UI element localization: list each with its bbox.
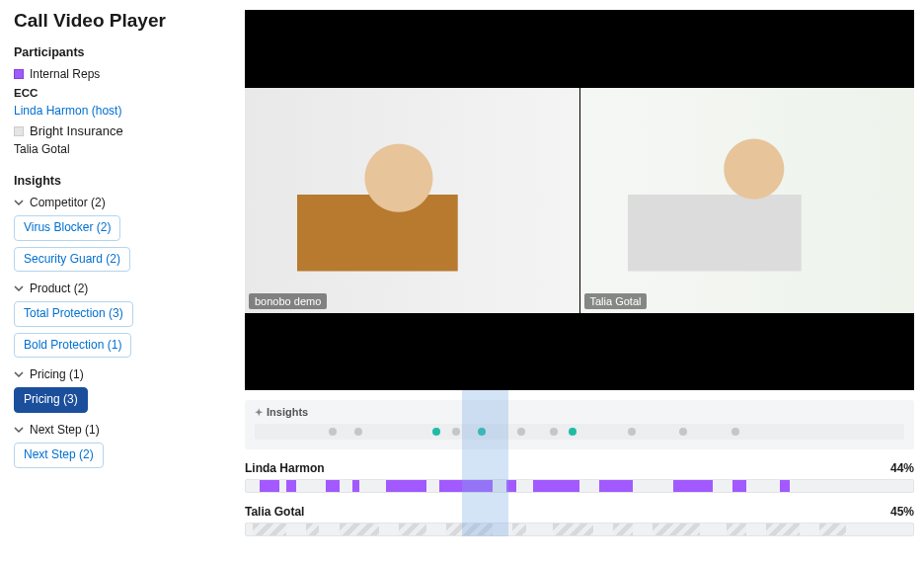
- speech-segment: [260, 480, 279, 492]
- insight-chip[interactable]: Bold Protection (1): [14, 333, 131, 359]
- video-area[interactable]: bonobo demo Talia Gotal: [245, 10, 914, 390]
- sparkle-icon: ✦: [255, 407, 263, 418]
- insight-chip[interactable]: Virus Blocker (2): [14, 215, 120, 241]
- legend-internal-reps: Internal Reps: [14, 67, 223, 81]
- speech-segment: [533, 480, 579, 492]
- speaker-percent: 45%: [890, 505, 914, 519]
- legend-swatch-icon: [14, 69, 24, 79]
- internal-org-label: ECC: [14, 87, 223, 99]
- insight-dot[interactable]: [432, 428, 440, 436]
- insights-heading: Insights: [14, 174, 223, 188]
- video-tile-left[interactable]: bonobo demo: [245, 88, 579, 313]
- insight-dot[interactable]: [550, 428, 558, 436]
- speech-segment: [506, 480, 516, 492]
- speech-segment: [732, 480, 746, 492]
- insight-chip[interactable]: Pricing (3): [14, 387, 88, 413]
- speaker-track[interactable]: [245, 479, 914, 493]
- main-panel: bonobo demo Talia Gotal ✦ Insights Linda…: [237, 0, 924, 565]
- speech-segment: [553, 524, 593, 535]
- insight-chip[interactable]: Security Guard (2): [14, 247, 130, 273]
- speaker-block: Linda Harmon44%: [245, 461, 914, 493]
- speech-segment: [326, 480, 340, 492]
- insight-group-toggle[interactable]: Product (2): [14, 282, 223, 295]
- chip-row: Total Protection (3)Bold Protection (1): [14, 301, 223, 358]
- insight-dot[interactable]: [478, 428, 486, 436]
- participant-external: Talia Gotal: [14, 142, 223, 156]
- external-org-row: Bright Insurance: [14, 123, 223, 138]
- speech-segment: [352, 480, 359, 492]
- video-thumbnail: [245, 88, 579, 313]
- insight-dot[interactable]: [329, 428, 337, 436]
- page-title: Call Video Player: [14, 10, 223, 32]
- video-tile-label: bonobo demo: [249, 293, 327, 309]
- chevron-down-icon: [14, 198, 24, 207]
- insight-group-label: Next Step (1): [30, 423, 100, 437]
- speech-segment: [386, 480, 426, 492]
- insight-dot[interactable]: [569, 428, 577, 436]
- video-tile-right[interactable]: Talia Gotal: [579, 88, 915, 313]
- speech-segment: [306, 524, 320, 535]
- speech-segment: [512, 524, 526, 535]
- insight-dot[interactable]: [517, 428, 525, 436]
- insight-dot[interactable]: [679, 428, 687, 436]
- participants-section: Participants Internal Reps ECC Linda Har…: [14, 45, 223, 156]
- chip-row: Pricing (3): [14, 387, 223, 413]
- insight-dot[interactable]: [628, 428, 636, 436]
- speaker-name: Linda Harmon: [245, 461, 325, 475]
- speaker-percent: 44%: [890, 461, 914, 475]
- speech-segment: [613, 524, 633, 535]
- speech-segment: [399, 524, 425, 535]
- company-swatch-icon: [14, 126, 24, 136]
- chevron-down-icon: [14, 283, 24, 293]
- speech-segment: [340, 524, 380, 535]
- insight-group: Competitor (2)Virus Blocker (2)Security …: [14, 196, 223, 272]
- speech-segment: [727, 524, 746, 535]
- insight-chip[interactable]: Total Protection (3): [14, 301, 133, 327]
- speech-segment: [286, 480, 296, 492]
- external-org-label: Bright Insurance: [30, 123, 123, 138]
- video-tile-label: Talia Gotal: [584, 293, 648, 309]
- insight-chip[interactable]: Next Step (2): [14, 443, 104, 468]
- insights-track[interactable]: [255, 424, 904, 440]
- speech-segment: [653, 524, 699, 535]
- insight-group-label: Competitor (2): [30, 196, 106, 209]
- chevron-down-icon: [14, 425, 24, 435]
- insight-group-toggle[interactable]: Next Step (1): [14, 423, 223, 437]
- insight-dot[interactable]: [732, 428, 739, 436]
- speaker-header: Linda Harmon44%: [245, 461, 914, 475]
- participant-link-host[interactable]: Linda Harmon (host): [14, 104, 121, 118]
- speech-segment: [673, 480, 714, 492]
- insight-group-label: Pricing (1): [30, 367, 84, 381]
- speaker-block: Talia Gotal45%: [245, 505, 914, 536]
- legend-label: Internal Reps: [30, 67, 100, 81]
- insight-group: Next Step (1)Next Step (2): [14, 423, 223, 468]
- insight-group-toggle[interactable]: Pricing (1): [14, 367, 223, 381]
- speaker-header: Talia Gotal45%: [245, 505, 914, 519]
- insight-dot[interactable]: [452, 428, 460, 436]
- insights-strip-label: Insights: [267, 406, 308, 418]
- speech-segment: [446, 524, 493, 535]
- speech-segment: [766, 524, 800, 535]
- speaker-name: Talia Gotal: [245, 505, 304, 519]
- timeline-container: ✦ Insights Linda Harmon44%Talia Gotal45%: [245, 390, 914, 536]
- insight-group: Product (2)Total Protection (3)Bold Prot…: [14, 282, 223, 358]
- chip-row: Next Step (2): [14, 443, 223, 468]
- chip-row: Virus Blocker (2)Security Guard (2): [14, 215, 223, 272]
- insight-group-label: Product (2): [30, 282, 88, 295]
- speech-segment: [780, 480, 790, 492]
- insight-group-toggle[interactable]: Competitor (2): [14, 196, 223, 209]
- video-thumbnail: [580, 88, 915, 313]
- participants-heading: Participants: [14, 45, 223, 59]
- insights-timeline-strip: ✦ Insights: [245, 400, 914, 449]
- sidebar: Call Video Player Participants Internal …: [0, 0, 237, 565]
- speech-segment: [819, 524, 846, 535]
- speaker-track[interactable]: [245, 523, 914, 536]
- speech-segment: [599, 480, 633, 492]
- insights-section: Insights Competitor (2)Virus Blocker (2)…: [14, 174, 223, 468]
- insight-dot[interactable]: [354, 428, 362, 436]
- insights-strip-title: ✦ Insights: [255, 406, 904, 418]
- chevron-down-icon: [14, 369, 24, 379]
- speech-segment: [439, 480, 493, 492]
- speech-segment: [253, 524, 286, 535]
- insight-group: Pricing (1)Pricing (3): [14, 367, 223, 413]
